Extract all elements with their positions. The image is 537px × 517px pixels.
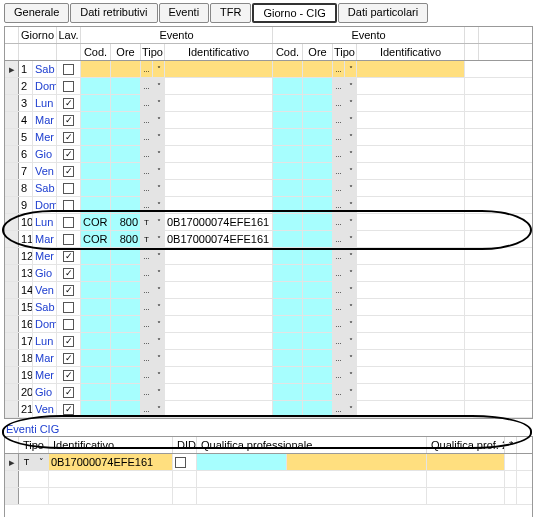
tipo-cell[interactable]: T xyxy=(141,231,153,247)
qp2-cell[interactable] xyxy=(427,454,505,470)
id2-cell[interactable] xyxy=(357,367,465,383)
day-row[interactable]: 13Gio✓...˅...˅ xyxy=(5,265,532,282)
tipo-dropdown-icon[interactable]: ˅ xyxy=(153,265,165,281)
tipo-cell[interactable]: ... xyxy=(141,401,153,417)
tipo2-dropdown-icon[interactable]: ˅ xyxy=(345,214,357,230)
day-row[interactable]: 6Gio✓...˅...˅ xyxy=(5,146,532,163)
day-row[interactable]: 10LunCOR800T˅0B17000074EFE161...˅ xyxy=(5,214,532,231)
cod2-cell[interactable] xyxy=(273,180,303,196)
ore-cell[interactable] xyxy=(111,163,141,179)
id-cell[interactable]: 0B17000074EFE161 xyxy=(165,214,273,230)
ore2-cell[interactable] xyxy=(303,163,333,179)
tipo-cell[interactable]: ... xyxy=(141,95,153,111)
eventi-row-empty[interactable] xyxy=(5,471,532,488)
tipo-dropdown-icon[interactable]: ˅ xyxy=(153,248,165,264)
ore2-cell[interactable] xyxy=(303,350,333,366)
tipo-dropdown-icon[interactable]: ˅ xyxy=(153,367,165,383)
did-checkbox[interactable] xyxy=(173,454,197,470)
tipo2-dropdown-icon[interactable]: ˅ xyxy=(345,95,357,111)
tipo-dropdown-icon[interactable]: ˅ xyxy=(153,78,165,94)
cod-cell[interactable] xyxy=(81,299,111,315)
day-row[interactable]: 7Ven✓...˅...˅ xyxy=(5,163,532,180)
tipo-cell[interactable]: ... xyxy=(141,333,153,349)
cod2-cell[interactable] xyxy=(273,384,303,400)
ore2-cell[interactable] xyxy=(303,282,333,298)
id2-cell[interactable] xyxy=(357,333,465,349)
tipo-cell[interactable]: ... xyxy=(141,282,153,298)
row-selector-icon[interactable] xyxy=(5,112,19,128)
tipo2-cell[interactable]: ... xyxy=(333,163,345,179)
tipo-dropdown-icon[interactable]: ˅ xyxy=(153,197,165,213)
id-cell[interactable] xyxy=(165,163,273,179)
row-selector-icon[interactable] xyxy=(5,180,19,196)
tipo-cell[interactable]: ... xyxy=(141,180,153,196)
cod2-cell[interactable] xyxy=(273,112,303,128)
tipo2-cell[interactable]: ... xyxy=(333,214,345,230)
cod-cell[interactable] xyxy=(81,78,111,94)
tipo2-cell[interactable]: ... xyxy=(333,129,345,145)
row-selector-icon[interactable] xyxy=(5,197,19,213)
id2-cell[interactable] xyxy=(357,112,465,128)
eventi-cig-rows[interactable]: ▸T˅0B17000074EFE161 xyxy=(5,454,532,517)
tipo2-dropdown-icon[interactable]: ˅ xyxy=(345,384,357,400)
cod-cell[interactable] xyxy=(81,350,111,366)
cod2-cell[interactable] xyxy=(273,282,303,298)
lav-checkbox[interactable]: ✓ xyxy=(57,401,81,417)
id-cell[interactable] xyxy=(165,299,273,315)
tipo2-cell[interactable]: ... xyxy=(333,248,345,264)
tipo2-dropdown-icon[interactable]: ˅ xyxy=(345,180,357,196)
day-row[interactable]: 15Sab...˅...˅ xyxy=(5,299,532,316)
lav-checkbox[interactable] xyxy=(57,214,81,230)
id2-cell[interactable] xyxy=(357,350,465,366)
ore-cell[interactable] xyxy=(111,78,141,94)
day-row[interactable]: 8Sab...˅...˅ xyxy=(5,180,532,197)
row-selector-icon[interactable] xyxy=(5,299,19,315)
tipo-cell[interactable]: ... xyxy=(141,350,153,366)
ore-cell[interactable] xyxy=(111,367,141,383)
tipo-dropdown-icon[interactable]: ˅ xyxy=(35,454,49,470)
id2-cell[interactable] xyxy=(357,231,465,247)
id-cell[interactable] xyxy=(165,350,273,366)
ore-cell[interactable] xyxy=(111,197,141,213)
tipo2-cell[interactable]: ... xyxy=(333,197,345,213)
ore-cell[interactable] xyxy=(111,265,141,281)
tab-eventi[interactable]: Eventi xyxy=(159,3,210,23)
cod2-cell[interactable] xyxy=(273,214,303,230)
tipo2-cell[interactable]: ... xyxy=(333,333,345,349)
cod-cell[interactable] xyxy=(81,129,111,145)
tipo-dropdown-icon[interactable]: ˅ xyxy=(153,316,165,332)
tipo-cell[interactable]: ... xyxy=(141,197,153,213)
row-selector-icon[interactable] xyxy=(5,129,19,145)
id2-cell[interactable] xyxy=(357,214,465,230)
id-cell[interactable] xyxy=(165,316,273,332)
row-selector-icon[interactable] xyxy=(5,282,19,298)
cod-cell[interactable] xyxy=(81,316,111,332)
cod-cell[interactable] xyxy=(81,265,111,281)
tipo2-dropdown-icon[interactable]: ˅ xyxy=(345,282,357,298)
cod2-cell[interactable] xyxy=(273,248,303,264)
ore2-cell[interactable] xyxy=(303,146,333,162)
tipo2-dropdown-icon[interactable]: ˅ xyxy=(345,367,357,383)
tipo2-dropdown-icon[interactable]: ˅ xyxy=(345,248,357,264)
day-row[interactable]: 3Lun✓...˅...˅ xyxy=(5,95,532,112)
tipo-dropdown-icon[interactable]: ˅ xyxy=(153,214,165,230)
lav-checkbox[interactable]: ✓ xyxy=(57,112,81,128)
tipo2-cell[interactable]: ... xyxy=(333,282,345,298)
tab-dati-retributivi[interactable]: Dati retributivi xyxy=(70,3,157,23)
lav-checkbox[interactable] xyxy=(57,180,81,196)
tipo2-dropdown-icon[interactable]: ˅ xyxy=(345,265,357,281)
lav-checkbox[interactable] xyxy=(57,299,81,315)
tab-giorno-cig[interactable]: Giorno - CIG xyxy=(252,3,336,23)
tipo2-cell[interactable]: ... xyxy=(333,231,345,247)
lav-checkbox[interactable] xyxy=(57,231,81,247)
tipo2-dropdown-icon[interactable]: ˅ xyxy=(345,112,357,128)
row-selector-icon[interactable] xyxy=(5,214,19,230)
tipo2-dropdown-icon[interactable]: ˅ xyxy=(345,333,357,349)
id2-cell[interactable] xyxy=(357,61,465,77)
id-cell[interactable] xyxy=(165,265,273,281)
tipo2-cell[interactable]: ... xyxy=(333,265,345,281)
day-row[interactable]: 20Gio✓...˅...˅ xyxy=(5,384,532,401)
ore-cell[interactable] xyxy=(111,248,141,264)
cod2-cell[interactable] xyxy=(273,333,303,349)
tipo2-cell[interactable]: ... xyxy=(333,180,345,196)
